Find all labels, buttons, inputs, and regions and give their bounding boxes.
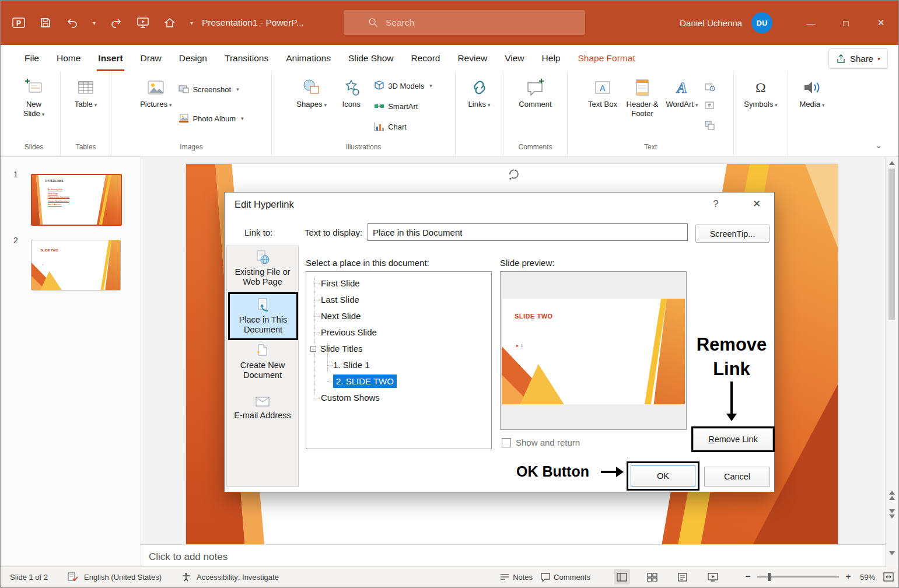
show-and-return-checkbox[interactable]	[502, 438, 511, 447]
vertical-scrollbar[interactable]	[885, 157, 898, 567]
wordart-button[interactable]: A WordArt▾	[663, 75, 701, 142]
icons-button[interactable]: Icons	[332, 75, 370, 142]
tree-item-slide-titles[interactable]: −Slide Titles	[306, 341, 491, 357]
save-icon[interactable]	[39, 16, 52, 29]
zoom-slider-thumb[interactable]	[768, 573, 771, 581]
tab-help[interactable]: Help	[533, 45, 569, 71]
text-box-button[interactable]: A Text Box	[583, 75, 622, 142]
tab-animations[interactable]: Animations	[277, 45, 340, 71]
scrollbar-thumb[interactable]	[888, 169, 895, 320]
minimize-button[interactable]: —	[793, 1, 828, 45]
zoom-in-button[interactable]: +	[845, 572, 852, 582]
zoom-out-button[interactable]: −	[744, 572, 751, 582]
screentip-button[interactable]: ScreenTip...	[695, 225, 769, 243]
avatar[interactable]: DU	[751, 12, 772, 33]
rotate-handle-icon[interactable]	[506, 166, 521, 181]
tab-view[interactable]: View	[496, 45, 533, 71]
tab-shape-format[interactable]: Shape Format	[569, 45, 643, 71]
language-indicator[interactable]: English (United States)	[84, 573, 162, 582]
close-button[interactable]: ✕	[863, 1, 898, 45]
collapse-expander-icon[interactable]: −	[310, 346, 316, 352]
slide-sorter-view-button[interactable]	[644, 569, 660, 584]
chart-button[interactable]: Chart	[372, 120, 409, 134]
search-box[interactable]	[344, 10, 585, 35]
redo-icon[interactable]	[110, 16, 123, 29]
tab-design[interactable]: Design	[170, 45, 216, 71]
dialog-help-icon[interactable]: ?	[709, 198, 723, 210]
maximize-button[interactable]: □	[828, 1, 863, 45]
notes-toggle[interactable]: Notes	[500, 573, 533, 582]
share-button[interactable]: Share ▾	[828, 48, 888, 69]
tree-item-slide-two-selected[interactable]: 2. SLIDE TWO	[306, 373, 491, 390]
new-slide-button[interactable]: New Slide▾	[15, 75, 53, 142]
linkto-create-new-document-option[interactable]: Create New Document	[229, 343, 296, 380]
slide-1-thumbnail[interactable]: HYPERLINKS An Existing File Web Page Pla…	[31, 174, 122, 226]
remove-link-button[interactable]: Remove Link	[693, 428, 773, 450]
links-button[interactable]: Links▾	[460, 75, 499, 142]
next-slide-icon[interactable]	[886, 509, 898, 519]
comments-toggle[interactable]: Comments	[541, 573, 590, 582]
search-input[interactable]	[384, 17, 562, 29]
notes-pane[interactable]: Click to add notes	[141, 544, 886, 569]
tree-item-last-slide[interactable]: Last Slide	[306, 292, 491, 308]
linkto-email-address-option[interactable]: E-mail Address	[229, 396, 296, 421]
undo-icon[interactable]	[66, 16, 79, 29]
date-time-button[interactable]	[702, 80, 718, 94]
header-footer-icon	[633, 77, 652, 98]
tree-item-next-slide[interactable]: Next Slide	[306, 308, 491, 324]
ok-button[interactable]: OK	[631, 466, 695, 487]
tab-home[interactable]: Home	[48, 45, 89, 71]
header-footer-button[interactable]: Header & Footer	[623, 75, 662, 142]
accessibility-icon[interactable]	[181, 572, 191, 582]
tab-file[interactable]: File	[16, 45, 48, 71]
tree-item-previous-slide[interactable]: Previous Slide	[306, 324, 491, 341]
reading-view-button[interactable]	[674, 569, 691, 584]
quick-access-customize-icon[interactable]: ▾	[190, 20, 193, 26]
slide-2-thumbnail[interactable]: SLIDE TWO 1	[31, 240, 121, 290]
linkto-place-in-document-option[interactable]: Place in This Document	[228, 292, 298, 340]
accessibility-status[interactable]: Accessibility: Investigate	[197, 573, 279, 582]
symbols-button[interactable]: Ω Symbols▾	[741, 75, 780, 142]
normal-view-button[interactable]	[614, 569, 630, 584]
tab-transitions[interactable]: Transitions	[216, 45, 277, 71]
pictures-button[interactable]: Pictures▾	[137, 75, 175, 142]
zoom-level[interactable]: 59%	[860, 573, 875, 582]
spellcheck-icon[interactable]	[68, 572, 78, 582]
tab-review[interactable]: Review	[449, 45, 496, 71]
table-button[interactable]: Table▾	[67, 75, 105, 142]
3d-models-button[interactable]: 3D Models ▾	[372, 79, 435, 93]
fit-slide-to-window-button[interactable]	[883, 572, 894, 582]
undo-dropdown-icon[interactable]: ▾	[93, 20, 96, 26]
slide-show-view-button[interactable]	[705, 569, 721, 584]
cancel-button[interactable]: Cancel	[704, 467, 770, 487]
scroll-up-icon[interactable]	[886, 161, 898, 165]
shapes-button[interactable]: Shapes▾	[292, 75, 331, 142]
linkto-existing-file-option[interactable]: Existing File or Web Page	[229, 250, 296, 287]
tab-record[interactable]: Record	[402, 45, 449, 71]
screenshot-button[interactable]: Screenshot ▾	[176, 82, 241, 96]
tree-item-slide-1[interactable]: 1. Slide 1	[306, 357, 491, 373]
comment-button[interactable]: Comment	[516, 75, 555, 142]
tree-item-custom-shows[interactable]: Custom Shows	[306, 390, 491, 406]
smartart-button[interactable]: SmartArt	[372, 99, 420, 113]
zoom-slider[interactable]	[757, 576, 839, 578]
slide-number-icon: #	[705, 102, 715, 111]
photo-album-button[interactable]: Photo Album ▾	[176, 111, 246, 125]
new-slide-icon	[25, 77, 43, 98]
user-name[interactable]: Daniel Uchenna	[680, 18, 742, 28]
tree-item-first-slide[interactable]: First Slide	[306, 275, 491, 292]
start-slideshow-icon[interactable]	[137, 16, 149, 29]
scroll-down-icon[interactable]	[886, 551, 898, 555]
home-icon[interactable]	[163, 16, 176, 29]
previous-slide-icon[interactable]	[886, 491, 898, 500]
tab-draw[interactable]: Draw	[132, 45, 170, 71]
text-to-display-input[interactable]	[368, 223, 688, 241]
show-and-return-row: Show and return	[502, 438, 580, 447]
object-button[interactable]	[702, 118, 718, 132]
tab-insert[interactable]: Insert	[89, 45, 131, 71]
media-button[interactable]: Media▾	[793, 75, 831, 142]
slide-number-button[interactable]: #	[702, 99, 718, 113]
collapse-ribbon-icon[interactable]: ⌄	[875, 141, 882, 150]
dialog-close-icon[interactable]: ✕	[748, 198, 765, 210]
tab-slide-show[interactable]: Slide Show	[340, 45, 403, 71]
